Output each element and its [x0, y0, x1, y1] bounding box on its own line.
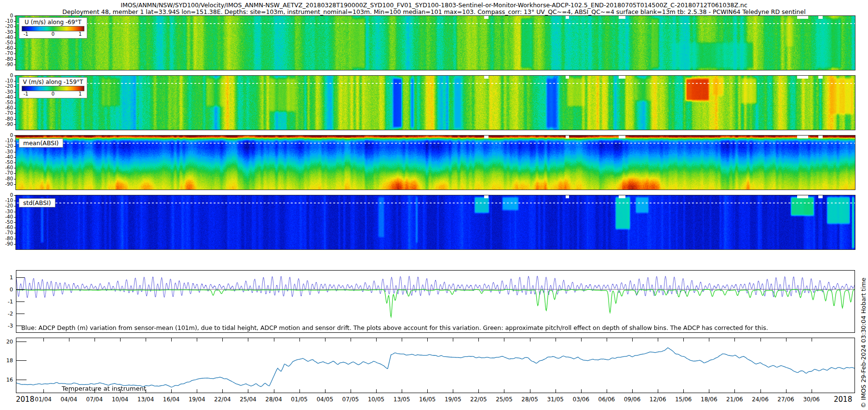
date-tick-label: 01/05 [291, 396, 308, 403]
colorbar-tick-max: 1 [79, 31, 81, 37]
date-tick-label: 16/05 [419, 396, 436, 403]
depth-tick-mark [14, 136, 16, 136]
date-tick-label: 31/05 [547, 396, 564, 403]
depth-tick-label: -70 [5, 111, 13, 116]
mean-absi-label: mean(ABSI) [19, 138, 63, 148]
depth-variation-note: Blue: ADCP Depth (m) variation from sens… [21, 324, 768, 331]
depth-tick-label: -80 [5, 57, 13, 62]
v-velocity-heatmap-canvas [16, 76, 855, 130]
depth-tick-mark [14, 59, 16, 60]
date-tick-label: 28/05 [521, 396, 538, 403]
temperature-ytick-label: 20 [6, 339, 13, 344]
std-absi-heatmap-canvas [16, 195, 855, 249]
depth-tick-mark [14, 244, 16, 245]
depth-tick-label: -20 [5, 204, 13, 208]
depth-tick-label: 0 [10, 193, 13, 198]
year-label-left: 2018 [16, 395, 34, 404]
depth-tick-label: -80 [5, 117, 13, 122]
depth-tick-label: 0 [10, 133, 13, 138]
v-colorbar-ticks: -1 0 1 [21, 91, 85, 96]
date-tick-label: 27/06 [777, 396, 794, 403]
date-tick-label: 10/05 [368, 396, 385, 403]
depth-tick-mark [14, 38, 16, 38]
depth-tick-mark [14, 76, 16, 76]
depth-tick-label: -30 [5, 30, 13, 35]
depth-tick-label: -30 [5, 90, 13, 95]
depth-tick-label: -10 [5, 19, 13, 24]
depth-tick-mark [14, 201, 16, 201]
depth-tick-label: 0 [10, 14, 13, 18]
date-tick-label: 25/05 [496, 396, 513, 403]
adcp-diagnostics-plot: IMOS/ANMN/NSW/SYD100/Velocity/IMOS_ANMN-… [0, 0, 868, 410]
depth-tick-label: -10 [5, 79, 13, 83]
depth-tick-mark [14, 233, 16, 233]
depth-tick-mark [14, 108, 16, 109]
page-subtitle: Deployment 48, member 1 lat=33.94S lon=1… [0, 8, 868, 15]
depth-tick-label: -70 [5, 231, 13, 235]
depth-tick-mark [14, 32, 16, 33]
depth-tick-label: -50 [5, 220, 13, 225]
depth-tick-mark [14, 173, 16, 174]
date-tick-label: 06/06 [598, 396, 615, 403]
panel-depth-variation: Blue: ADCP Depth (m) variation from sens… [16, 270, 855, 333]
date-tick-label: 03/06 [573, 396, 590, 403]
date-tick-label: 07/05 [342, 396, 359, 403]
depth-tick-label: -40 [5, 215, 13, 219]
depth-tick-mark [14, 222, 16, 223]
depth-tick-label: -80 [5, 177, 13, 181]
temperature-ytick-label: 18 [6, 358, 13, 363]
depth-tick-mark [14, 97, 16, 98]
depth-tick-label: -40 [5, 155, 13, 160]
panel-temperature: Temperature at instrument 201816 [16, 338, 855, 393]
page-title: IMOS/ANMN/NSW/SYD100/Velocity/IMOS_ANMN-… [0, 1, 868, 9]
depth-tick-label: -70 [5, 171, 13, 176]
temperature-label: Temperature at instrument [62, 385, 146, 392]
depth-tick-label: -50 [5, 160, 13, 165]
date-tick-label: 22/05 [470, 396, 487, 403]
date-tick-label: 28/04 [265, 396, 282, 403]
date-tick-label: 30/06 [803, 396, 820, 403]
depth-tick-label: 0 [10, 73, 13, 78]
depth-tick-label: -60 [5, 46, 13, 51]
colorbar-tick-min: -1 [24, 91, 28, 96]
depth-tick-mark [14, 239, 16, 239]
depth-tick-mark [14, 217, 16, 218]
depth-tick-mark [14, 212, 16, 212]
depth-tick-mark [14, 157, 16, 158]
date-tick-label: 19/04 [189, 396, 205, 403]
depth-tick-label: -40 [5, 35, 13, 40]
depth-tick-label: -50 [5, 100, 13, 105]
depth-tick-mark [14, 206, 16, 206]
depth-tick-label: -20 [5, 84, 13, 89]
depth-variation-ytick-label: -2 [8, 311, 13, 316]
date-tick-label: 25/04 [240, 396, 257, 403]
colorbar-tick-max: 1 [79, 91, 81, 96]
date-tick-label: 01/04 [35, 396, 52, 403]
date-tick-label: 13/04 [137, 396, 154, 403]
date-tick-label: 22/04 [214, 396, 231, 403]
u-velocity-heatmap-canvas [16, 16, 855, 70]
depth-tick-mark [14, 43, 16, 43]
depth-tick-mark [14, 146, 16, 147]
depth-tick-label: -30 [5, 209, 13, 214]
date-tick-label: 21/06 [726, 396, 743, 403]
depth-tick-mark [14, 168, 16, 168]
depth-tick-label: -90 [5, 122, 13, 127]
date-tick-label: 19/05 [445, 396, 461, 403]
v-colorbar-legend: V (m/s) along -159°T -1 0 1 [19, 77, 87, 98]
date-tick-label: 13/05 [393, 396, 410, 403]
u-colorbar-legend: U (m/s) along -69°T -1 0 1 [19, 17, 87, 39]
depth-tick-mark [14, 16, 16, 16]
std-absi-label: std(ABSI) [19, 198, 55, 207]
depth-tick-label: -20 [5, 144, 13, 149]
panel-v-velocity: V (m/s) along -159°T -1 0 1 0-10-20-30-4… [16, 76, 855, 130]
depth-tick-label: -10 [5, 198, 13, 203]
depth-tick-mark [14, 86, 16, 87]
depth-tick-label: -70 [5, 51, 13, 56]
year-label-right: 2018 [834, 395, 852, 404]
v-legend-title: V (m/s) along -159°T [21, 79, 85, 85]
date-tick-label: 16/04 [163, 396, 180, 403]
u-colorbar-ticks: -1 0 1 [21, 31, 85, 37]
depth-tick-label: -30 [5, 150, 13, 154]
mean-absi-heatmap-canvas [16, 136, 855, 190]
